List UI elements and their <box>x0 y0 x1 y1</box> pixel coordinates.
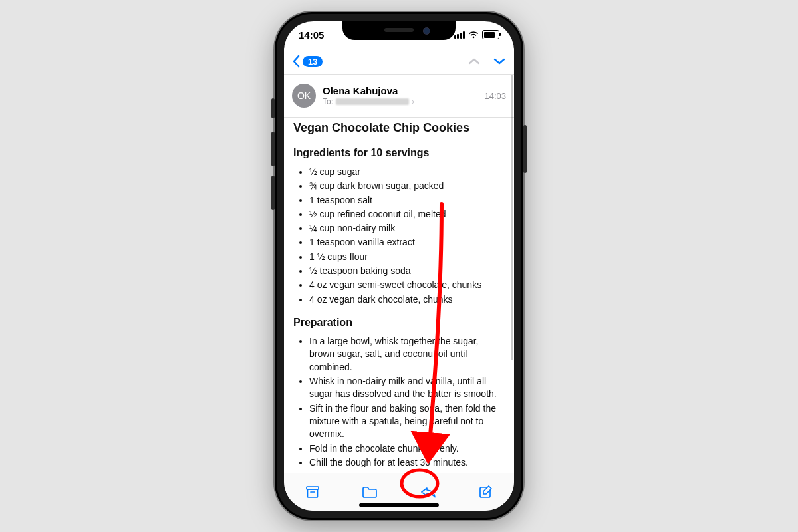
list-item: 4 oz vegan semi-sweet chocolate, chunks <box>309 279 505 291</box>
ingredients-heading: Ingredients for 10 servings <box>293 146 505 160</box>
next-message-button[interactable] <box>493 57 506 66</box>
preparation-list: In a large bowl, whisk together the suga… <box>293 335 505 469</box>
ingredients-list: ½ cup sugar¾ cup dark brown sugar, packe… <box>293 166 505 306</box>
svg-rect-1 <box>307 489 317 497</box>
iphone-frame: 14:05 13 <box>275 12 523 520</box>
prev-message-button[interactable] <box>467 57 481 66</box>
list-item: 1 ½ cups flour <box>309 251 505 263</box>
recipient-line[interactable]: To: › <box>323 96 477 106</box>
side-button-vol-up <box>271 132 275 166</box>
list-item: Fold in the chocolate chunks evenly. <box>309 442 505 455</box>
list-item: Whisk in non-dairy milk and vanilla, unt… <box>309 375 505 401</box>
list-item: ¼ cup non-dairy milk <box>309 222 505 235</box>
screen: 14:05 13 <box>284 21 514 511</box>
email-title: Vegan Chocolate Chip Cookies <box>293 120 505 136</box>
avatar: OK <box>292 84 316 108</box>
chevron-right-icon: › <box>412 96 414 106</box>
compose-button[interactable] <box>478 484 494 500</box>
reply-button[interactable] <box>419 485 438 499</box>
list-item: 1 teaspoon salt <box>309 194 505 207</box>
archive-button[interactable] <box>305 485 321 499</box>
list-item: ½ cup refined coconut oil, melted <box>309 208 505 221</box>
cellular-icon <box>454 31 466 39</box>
list-item: 4 oz vegan dark chocolate, chunks <box>309 293 505 306</box>
home-indicator[interactable] <box>359 503 439 507</box>
wifi-icon <box>468 31 479 39</box>
battery-icon <box>482 30 499 39</box>
scroll-indicator <box>511 74 513 360</box>
preparation-heading: Preparation <box>293 315 505 330</box>
list-item: ½ teaspoon baking soda <box>309 265 505 277</box>
recipient-redacted <box>336 98 409 105</box>
list-item: In a large bowl, whisk together the suga… <box>309 335 505 374</box>
side-button-mute <box>271 98 275 118</box>
list-item: Sift in the flour and baking soda, then … <box>309 402 505 441</box>
status-time: 14:05 <box>299 29 324 41</box>
email-header[interactable]: OK Olena Kahujova To: › 14:03 <box>284 74 514 118</box>
list-item: Chill the dough for at least 30 minutes. <box>309 456 505 469</box>
email-time: 14:03 <box>484 91 506 101</box>
side-button-vol-down <box>271 176 275 210</box>
list-item: ½ cup sugar <box>309 166 505 178</box>
notch <box>342 21 456 40</box>
list-item: 1 teaspoon vanilla extract <box>309 236 505 249</box>
to-label: To: <box>323 97 333 106</box>
nav-bar: 13 <box>284 48 514 75</box>
inbox-count-badge: 13 <box>303 56 323 67</box>
list-item: ¾ cup dark brown sugar, packed <box>309 180 505 192</box>
email-body[interactable]: Vegan Chocolate Chip Cookies Ingredients… <box>284 109 514 473</box>
side-button-right <box>523 125 527 173</box>
folder-button[interactable] <box>361 485 378 499</box>
sender-name: Olena Kahujova <box>323 85 477 96</box>
back-button[interactable]: 13 <box>292 55 323 68</box>
